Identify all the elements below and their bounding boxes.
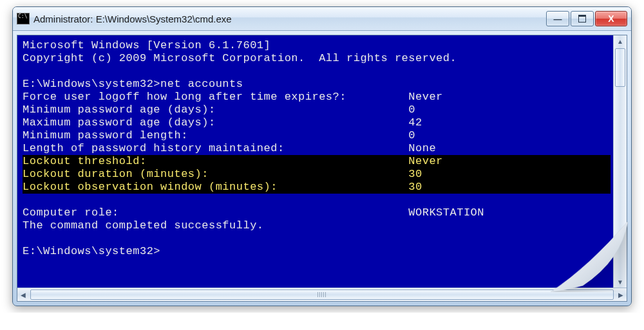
window-controls: — X (545, 11, 627, 26)
close-icon: X (608, 14, 614, 23)
scroll-up-icon[interactable]: ▲ (614, 35, 627, 47)
client-area: Microsoft Windows [Version 6.1.7601] Cop… (17, 35, 627, 302)
titlebar[interactable]: Administrator: E:\Windows\System32\cmd.e… (13, 7, 631, 31)
close-button[interactable]: X (595, 11, 627, 26)
cmd-icon (17, 13, 30, 24)
maximize-button[interactable] (571, 11, 594, 26)
scroll-down-icon[interactable]: ▼ (614, 276, 627, 288)
scroll-right-icon[interactable]: ▶ (615, 288, 627, 301)
vertical-scroll-thumb[interactable] (615, 48, 625, 87)
terminal-output[interactable]: Microsoft Windows [Version 6.1.7601] Cop… (17, 35, 613, 288)
horizontal-scroll-thumb[interactable] (30, 289, 614, 300)
minimize-icon: — (554, 15, 562, 23)
minimize-button[interactable]: — (546, 11, 569, 26)
scroll-left-icon[interactable]: ◀ (17, 288, 29, 301)
window-title: Administrator: E:\Windows\System32\cmd.e… (33, 14, 545, 24)
horizontal-scroll-track[interactable] (29, 288, 615, 301)
horizontal-scrollbar[interactable]: ◀ ▶ (17, 288, 627, 301)
maximize-icon (578, 15, 586, 23)
cmd-window: Administrator: E:\Windows\System32\cmd.e… (12, 6, 632, 306)
vertical-scroll-track[interactable] (614, 88, 627, 276)
vertical-scrollbar[interactable]: ▲ ▼ (613, 35, 627, 288)
